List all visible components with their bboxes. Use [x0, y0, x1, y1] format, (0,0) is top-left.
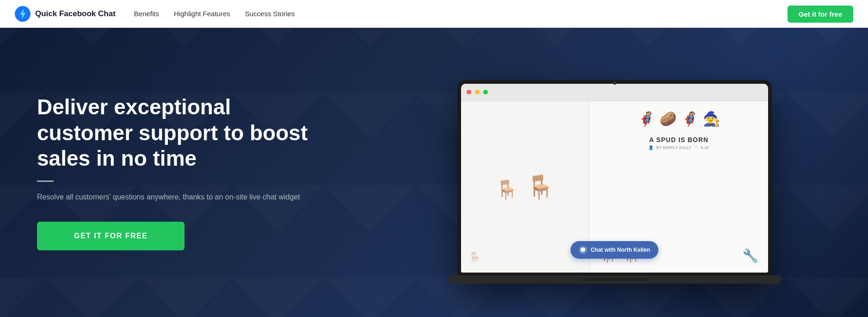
- hero-right-content: 🪑 🪑 🪑: [361, 62, 868, 284]
- user-avatar-icon: 👤: [648, 145, 653, 150]
- hero-subtext: Resolve all customers' questions anywher…: [37, 191, 324, 203]
- chair-icon-2: 🪑: [526, 174, 554, 200]
- char-icon-3: 🦸‍♀️: [681, 111, 698, 127]
- chair-icon-1: 🪑: [495, 179, 518, 200]
- laptop-screen-border: 🪑 🪑 🪑: [461, 84, 768, 273]
- screen-product-meta: 👤 BY SIMPLY SALLY ♡ 5.1K: [599, 145, 758, 150]
- screen-top-bar: [461, 84, 768, 101]
- screen-product-title: A SPUD IS BORN: [599, 136, 758, 143]
- chat-bubble-label: Chat with North Kellen: [591, 247, 650, 253]
- nav-cta-button[interactable]: Get it for free: [788, 6, 853, 23]
- nav-item-benefits[interactable]: Benefits: [134, 10, 159, 18]
- wire-chair-icon: 🪑: [468, 251, 481, 263]
- window-dot-green: [483, 90, 488, 94]
- hero-left-content: Deliver exceptional customer support to …: [0, 94, 361, 250]
- nav-logo-text: Quick Facebook Chat: [35, 9, 116, 19]
- nav-item-stories[interactable]: Success Stories: [245, 10, 295, 18]
- logo-icon: [15, 6, 31, 22]
- heart-icon: ♡: [694, 145, 698, 150]
- hero-headline: Deliver exceptional customer support to …: [37, 94, 324, 171]
- char-icon-1: 🦸: [638, 111, 655, 127]
- screen-chairs: 🪑 🪑: [495, 174, 554, 200]
- laptop-body: 🪑 🪑 🪑: [457, 80, 772, 284]
- hero-divider: [37, 180, 54, 182]
- screen-furniture-left: 🪑: [468, 251, 481, 263]
- laptop-base: [448, 275, 781, 284]
- nav-links: Benefits Highlight Features Success Stor…: [134, 10, 295, 18]
- nav-logo[interactable]: Quick Facebook Chat: [15, 6, 116, 22]
- hero-section: Deliver exceptional customer support to …: [0, 0, 868, 317]
- chat-bubble[interactable]: Chat with North Kellen: [570, 241, 659, 259]
- laptop-base-notch: [582, 278, 647, 281]
- char-icon-4: 🧙: [703, 111, 720, 127]
- screen-characters: 🦸 🥔 🦸‍♀️ 🧙: [599, 111, 758, 127]
- char-icon-2: 🥔: [659, 111, 677, 127]
- hero-cta-button[interactable]: GET IT FOR FREE: [37, 222, 185, 250]
- screen-product-author: BY SIMPLY SALLY: [656, 145, 691, 150]
- screen-product-likes: 5.1K: [701, 145, 709, 150]
- laptop-camera: [613, 81, 616, 85]
- chat-bubble-icon: [579, 246, 587, 254]
- laptop-screen: 🪑 🪑 🪑: [461, 84, 768, 273]
- navbar: Quick Facebook Chat Benefits Highlight F…: [0, 0, 868, 28]
- laptop-mockup: 🪑 🪑 🪑: [457, 62, 772, 284]
- tools-icon: 🔧: [742, 248, 758, 263]
- window-dot-yellow: [475, 90, 480, 94]
- window-dot-red: [467, 90, 471, 94]
- nav-item-features[interactable]: Highlight Features: [174, 10, 230, 18]
